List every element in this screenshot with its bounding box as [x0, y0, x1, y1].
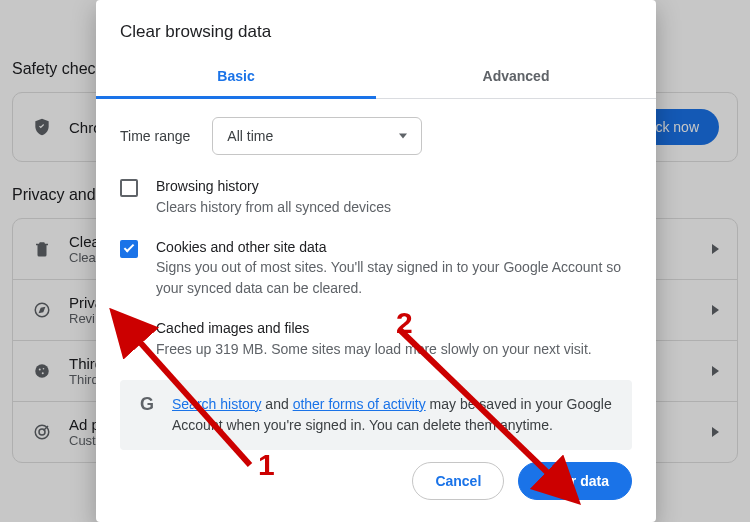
option-title: Cookies and other site data	[156, 238, 632, 258]
checkbox-cookies[interactable]	[120, 240, 138, 258]
link-other-activity[interactable]: other forms of activity	[293, 396, 426, 412]
google-info-box: G Search history and other forms of acti…	[120, 380, 632, 450]
option-title: Browsing history	[156, 177, 391, 197]
clear-browsing-data-dialog: Clear browsing data Basic Advanced Time …	[96, 0, 656, 522]
clear-data-button[interactable]: Clear data	[518, 462, 632, 500]
checkbox-cached[interactable]	[120, 321, 138, 339]
option-desc: Clears history from all synced devices	[156, 197, 391, 218]
tab-advanced[interactable]: Advanced	[376, 56, 656, 98]
option-desc: Signs you out of most sites. You'll stay…	[156, 257, 632, 299]
google-icon: G	[136, 394, 158, 416]
time-range-select[interactable]: All time	[212, 117, 422, 155]
dialog-tabs: Basic Advanced	[96, 56, 656, 99]
link-search-history[interactable]: Search history	[172, 396, 261, 412]
time-range-label: Time range	[120, 128, 190, 144]
option-cookies: Cookies and other site data Signs you ou…	[120, 238, 632, 300]
option-browsing-history: Browsing history Clears history from all…	[120, 177, 632, 218]
checkbox-browsing-history[interactable]	[120, 179, 138, 197]
option-cached: Cached images and files Frees up 319 MB.…	[120, 319, 632, 360]
info-text: Search history and other forms of activi…	[172, 394, 616, 436]
cancel-button[interactable]: Cancel	[412, 462, 504, 500]
option-desc: Frees up 319 MB. Some sites may load mor…	[156, 339, 592, 360]
tab-basic[interactable]: Basic	[96, 56, 376, 99]
time-range-row: Time range All time	[120, 117, 632, 155]
option-title: Cached images and files	[156, 319, 592, 339]
dialog-footer: Cancel Clear data	[96, 450, 656, 522]
dialog-title: Clear browsing data	[96, 0, 656, 56]
